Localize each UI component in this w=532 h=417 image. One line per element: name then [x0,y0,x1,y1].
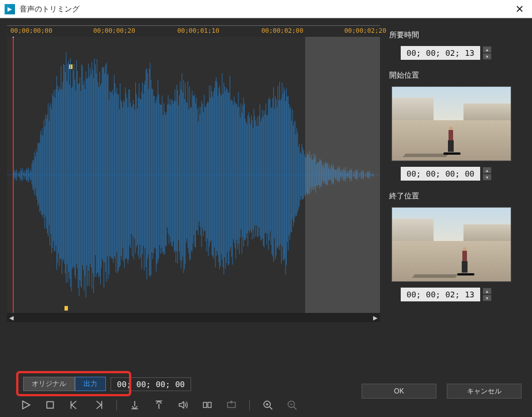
mark-in-icon [130,400,140,410]
start-value[interactable]: 00; 00; 00; 00 [401,167,480,181]
end-thumbnail[interactable] [392,207,511,282]
prev-frame-icon [69,400,79,410]
dialog-buttons: OK キャンセル [362,384,522,399]
mark-out-button[interactable] [153,399,165,411]
playback-timecode[interactable]: 00; 00; 00; 00 [111,377,191,391]
horizontal-scrollbar[interactable]: ◀ ▶ [7,313,380,322]
next-frame-button[interactable] [92,399,105,411]
step-down-icon[interactable]: ▼ [482,294,492,301]
playback-toolbar [20,399,298,411]
next-frame-icon [93,400,104,410]
properties-panel: 所要時間 00; 00; 02; 13 ▲ ▼ 開始位置 00; 00; 00;… [380,18,532,364]
prev-frame-button[interactable] [68,399,81,411]
duration-label: 所要時間 [389,30,523,40]
tab-output[interactable]: 出力 [75,377,106,391]
split-icon [202,400,212,410]
playhead[interactable] [13,37,14,313]
start-row: 00; 00; 00; 00 ▲ ▼ [389,167,523,181]
ok-button[interactable]: OK [362,384,436,399]
end-label: 終了位置 [389,191,523,201]
export-icon [226,400,237,410]
duration-value[interactable]: 00; 00; 02; 13 [401,46,480,60]
export-button[interactable] [225,399,238,411]
ruler-label: 00;00;00;00 [10,27,52,35]
tab-original[interactable]: オリジナル [23,377,75,391]
volume-icon [178,400,188,410]
step-up-icon[interactable]: ▲ [482,167,492,174]
time-ruler[interactable]: 00;00;00;00 00;00;00;20 00;00;01;10 00;0… [7,25,380,37]
play-icon [21,400,31,410]
stop-button[interactable] [44,399,56,411]
split-button[interactable] [201,399,214,411]
end-stepper: ▲ ▼ [482,288,492,301]
waveform-panel: 00;00;00;00 00;00;00;20 00;00;01;10 00;0… [0,18,380,364]
step-up-icon[interactable]: ▲ [482,288,492,294]
volume-button[interactable] [177,399,189,411]
duration-row: 00; 00; 02; 13 ▲ ▼ [389,46,523,60]
ruler-label: 00;00;02;20 [344,27,386,35]
close-icon[interactable]: ✕ [512,3,527,16]
window-title: 音声のトリミング [20,4,512,14]
start-stepper: ▲ ▼ [482,167,492,181]
zoom-in-icon [263,400,273,410]
start-label: 開始位置 [389,70,523,81]
main-content: 00;00;00;00 00;00;00;20 00;00;01;10 00;0… [0,18,532,364]
toolbar-separator [116,400,117,410]
app-icon: ▶ [5,4,15,14]
zoom-out-button[interactable] [286,399,298,411]
titlebar: ▶ 音声のトリミング ✕ [0,0,532,18]
stop-icon [45,400,55,410]
mark-in-button[interactable] [128,399,141,411]
bottom-bar: オリジナル 出力 00; 00; 00; 00 [0,365,532,417]
waveform-viewport[interactable] [7,37,380,313]
step-down-icon[interactable]: ▼ [482,53,492,60]
preview-tabs: オリジナル 出力 00; 00; 00; 00 [23,377,191,391]
trimmed-region [305,37,380,313]
zoom-in-button[interactable] [261,399,274,411]
svg-line-428 [269,407,272,410]
step-up-icon[interactable]: ▲ [482,46,492,53]
end-value[interactable]: 00; 00; 02; 13 [401,288,480,301]
ruler-label: 00;00;02;00 [261,27,303,35]
svg-rect-421 [47,401,53,408]
svg-line-432 [294,407,297,410]
start-thumbnail[interactable] [392,86,511,161]
step-down-icon[interactable]: ▼ [482,174,492,181]
duration-stepper: ▲ ▼ [482,46,492,60]
zoom-out-icon [287,400,297,410]
ruler-label: 00;00;01;10 [177,27,219,35]
ruler-label: 00;00;00;20 [93,27,135,35]
svg-rect-424 [203,403,207,408]
scroll-right-icon[interactable]: ▶ [373,315,378,321]
svg-rect-425 [208,403,211,408]
cancel-button[interactable]: キャンセル [447,384,522,399]
scroll-left-icon[interactable]: ◀ [9,315,14,321]
mark-out-icon [154,400,164,410]
end-row: 00; 00; 02; 13 ▲ ▼ [389,288,523,301]
toolbar-separator [249,400,250,410]
play-button[interactable] [20,399,32,411]
